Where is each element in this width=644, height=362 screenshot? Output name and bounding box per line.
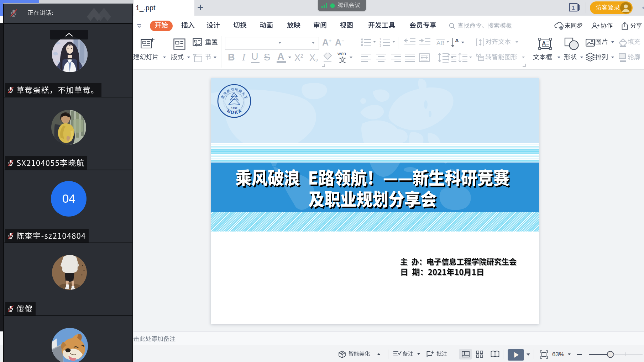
svg-text:U: U bbox=[230, 110, 234, 115]
svg-text:1: 1 bbox=[572, 5, 575, 11]
svg-text:wén: wén bbox=[337, 51, 346, 56]
svg-text:A: A bbox=[542, 41, 546, 47]
svg-text:A: A bbox=[237, 108, 242, 115]
svg-text:3: 3 bbox=[379, 44, 381, 47]
svg-text:1952: 1952 bbox=[231, 107, 237, 110]
svg-text:A: A bbox=[455, 37, 459, 43]
